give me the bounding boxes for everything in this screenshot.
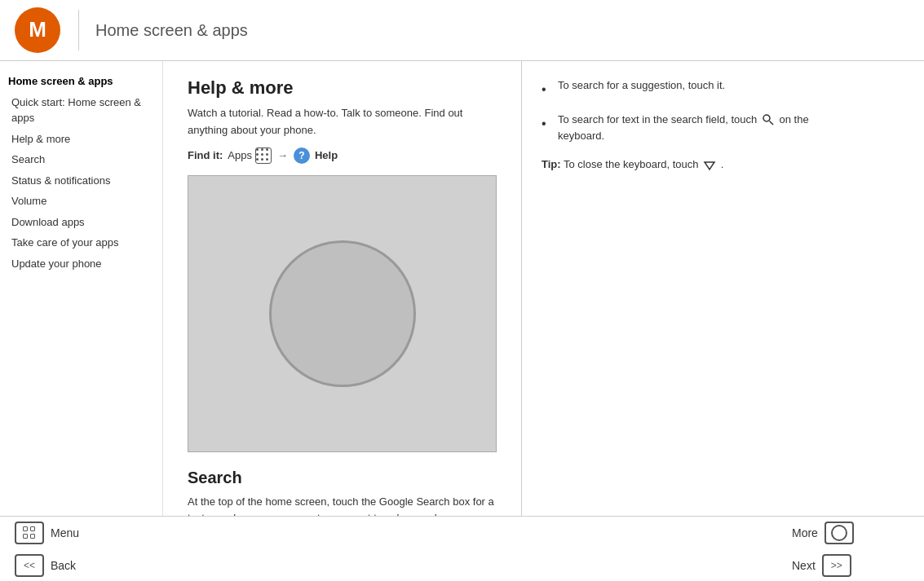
tip-block: Tip: To close the keyboard, touch . <box>542 156 812 174</box>
circle-icon <box>831 525 847 541</box>
back-button[interactable]: << Back <box>8 551 171 580</box>
bullet-text-2: To search for text in the search field, … <box>558 112 812 146</box>
header-title: Home screen & apps <box>95 21 248 40</box>
svg-marker-4 <box>705 162 714 169</box>
header-divider <box>78 10 79 51</box>
content-side: • To search for a suggestion, touch it. … <box>522 61 832 516</box>
next-button[interactable]: Next >> <box>785 551 916 580</box>
main-body: Home screen & apps Quick start: Home scr… <box>0 61 924 516</box>
sidebar-item-quick-start[interactable]: Quick start: Home screen & apps <box>0 92 162 129</box>
menu-label: Menu <box>51 526 79 539</box>
help-more-desc: Watch a tutorial. Read a how-to. Talk to… <box>188 105 497 139</box>
phone-screenshot <box>188 175 497 452</box>
search-section-title: Search <box>188 469 497 487</box>
next-arrows-icon: >> <box>831 560 842 571</box>
content-main: Help & more Watch a tutorial. Read a how… <box>163 61 522 516</box>
next-icon: >> <box>822 554 851 577</box>
find-it-row: Find it: Apps → ? Help <box>188 147 497 164</box>
sidebar-item-download-apps[interactable]: Download apps <box>0 212 162 233</box>
header: M Home screen & apps <box>0 0 924 61</box>
svg-point-2 <box>763 115 770 121</box>
phone-screenshot-circle <box>269 240 416 387</box>
bullet-dot-2: • <box>542 113 555 134</box>
content-area: Help & more Watch a tutorial. Read a how… <box>163 61 924 516</box>
search-desc-1: At the top of the home screen, touch the… <box>188 494 497 516</box>
sidebar-item-search[interactable]: Search <box>0 149 162 170</box>
menu-button[interactable]: Menu <box>8 518 171 548</box>
sidebar-item-help-more[interactable]: Help & more <box>0 129 162 150</box>
more-icon <box>825 522 854 544</box>
bullet-2: • To search for text in the search field… <box>542 112 812 146</box>
bullet-text-1: To search for a suggestion, touch it. <box>558 77 812 95</box>
menu-grid-icon <box>23 526 36 539</box>
back-icon: << <box>15 554 44 577</box>
more-button[interactable]: More <box>785 518 916 548</box>
apps-icon <box>255 147 272 164</box>
find-it-arrow: → <box>277 149 288 161</box>
sidebar-item-status-notifications[interactable]: Status & notifications <box>0 170 162 191</box>
svg-line-3 <box>769 121 773 125</box>
find-it-label: Find it: <box>188 149 223 161</box>
tip-suffix: . <box>721 158 724 170</box>
bullet-1: • To search for a suggestion, touch it. <box>542 77 812 100</box>
sidebar-item-volume[interactable]: Volume <box>0 191 162 212</box>
more-label: More <box>792 526 818 539</box>
find-it-apps-text: Apps <box>228 149 252 161</box>
next-label: Next <box>792 559 816 572</box>
sidebar: Home screen & apps Quick start: Home scr… <box>0 61 163 516</box>
help-circle-icon: ? <box>294 147 310 164</box>
find-it-end: Help <box>315 149 338 161</box>
back-arrows-icon: << <box>24 560 35 571</box>
sidebar-item-update-phone[interactable]: Update your phone <box>0 253 162 275</box>
motorola-logo: M <box>13 6 62 55</box>
bottom-nav: Menu << Back More Next >> <box>0 516 924 581</box>
tip-label: Tip: <box>542 158 561 170</box>
menu-icon <box>15 522 44 544</box>
bullet-dot-1: • <box>542 79 555 100</box>
nav-left: Menu << Back <box>8 518 171 580</box>
tip-text: To close the keyboard, touch <box>564 158 699 170</box>
nav-down-icon <box>703 159 716 172</box>
back-label: Back <box>51 559 76 572</box>
help-more-title: Help & more <box>188 77 497 99</box>
search-icon <box>762 113 775 126</box>
sidebar-item-take-care[interactable]: Take care of your apps <box>0 232 162 253</box>
nav-right: More Next >> <box>785 518 916 580</box>
sidebar-item-home-screen-apps[interactable]: Home screen & apps <box>0 71 162 92</box>
apps-dots <box>256 148 270 162</box>
svg-text:M: M <box>29 17 46 42</box>
